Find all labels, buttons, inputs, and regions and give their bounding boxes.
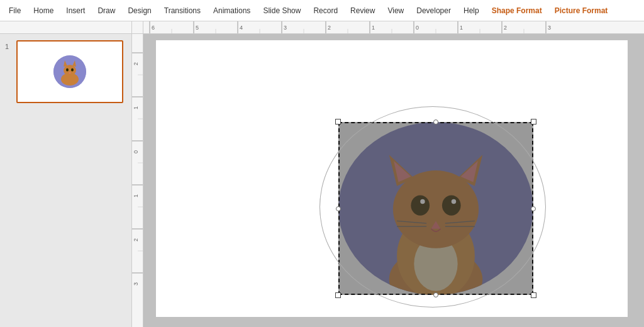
- menu-slideshow[interactable]: Slide Show: [257, 3, 307, 19]
- menu-insert[interactable]: Insert: [60, 3, 91, 19]
- svg-text:2: 2: [504, 25, 507, 31]
- menu-draw[interactable]: Draw: [91, 3, 121, 19]
- slide-canvas[interactable]: [156, 40, 628, 317]
- handle-top-mid[interactable]: [433, 119, 438, 125]
- svg-point-36: [71, 69, 74, 72]
- handle-mid-right[interactable]: [531, 206, 536, 211]
- menu-transitions[interactable]: Transitions: [158, 3, 207, 19]
- menu-animations[interactable]: Animations: [207, 3, 257, 19]
- menu-record[interactable]: Record: [307, 3, 344, 19]
- slides-panel: 1: [0, 34, 132, 327]
- menu-shapeformat[interactable]: Shape Format: [486, 3, 548, 19]
- svg-point-32: [64, 65, 76, 76]
- svg-point-35: [66, 69, 69, 72]
- svg-text:1: 1: [372, 25, 375, 31]
- handle-top-left[interactable]: [335, 119, 341, 125]
- thumb-circle: [53, 55, 86, 88]
- svg-text:3: 3: [133, 282, 139, 285]
- svg-text:0: 0: [416, 25, 419, 31]
- svg-text:1: 1: [133, 106, 139, 109]
- menu-help[interactable]: Help: [457, 3, 486, 19]
- menu-view[interactable]: View: [381, 3, 410, 19]
- ruler-top: 6 5 4 3 2 1 0 1 2 3: [143, 21, 644, 33]
- menu-pictureformat[interactable]: Picture Format: [548, 3, 614, 19]
- svg-text:3: 3: [548, 25, 551, 31]
- menu-developer[interactable]: Developer: [410, 3, 457, 19]
- slide-1-container: 1: [5, 40, 126, 103]
- handle-bottom-right[interactable]: [531, 292, 536, 298]
- thumb-cat-svg: [53, 55, 86, 88]
- svg-text:2: 2: [133, 238, 139, 241]
- svg-rect-0: [143, 21, 644, 33]
- svg-text:1: 1: [133, 194, 139, 197]
- svg-text:2: 2: [328, 25, 331, 31]
- outside-circle-overlay: [338, 122, 533, 295]
- ruler-left-svg: 2 1 0 1 2 3: [132, 34, 143, 327]
- svg-text:5: 5: [196, 25, 199, 31]
- svg-text:2: 2: [133, 62, 139, 65]
- handle-top-right[interactable]: [531, 119, 536, 125]
- ruler-left: 2 1 0 1 2 3: [132, 34, 143, 327]
- svg-point-37: [69, 72, 71, 74]
- selected-image-object[interactable]: [338, 122, 533, 295]
- menu-file[interactable]: File: [3, 3, 27, 19]
- menu-review[interactable]: Review: [344, 3, 381, 19]
- svg-text:6: 6: [152, 25, 155, 31]
- handle-bottom-left[interactable]: [335, 292, 341, 298]
- menu-home[interactable]: Home: [27, 3, 60, 19]
- svg-text:1: 1: [460, 25, 463, 31]
- svg-text:3: 3: [284, 25, 287, 31]
- svg-text:4: 4: [240, 25, 243, 31]
- menu-bar: File Home Insert Draw Design Transitions…: [0, 0, 644, 21]
- slide-number: 1: [5, 43, 13, 50]
- ruler-top-svg: 6 5 4 3 2 1 0 1 2 3: [143, 21, 644, 33]
- handle-bottom-mid[interactable]: [433, 292, 438, 297]
- slide-thumbnail[interactable]: [16, 40, 123, 103]
- menu-design[interactable]: Design: [121, 3, 157, 19]
- svg-text:0: 0: [133, 150, 139, 153]
- canvas-area[interactable]: [143, 34, 644, 327]
- handle-mid-left[interactable]: [336, 206, 341, 211]
